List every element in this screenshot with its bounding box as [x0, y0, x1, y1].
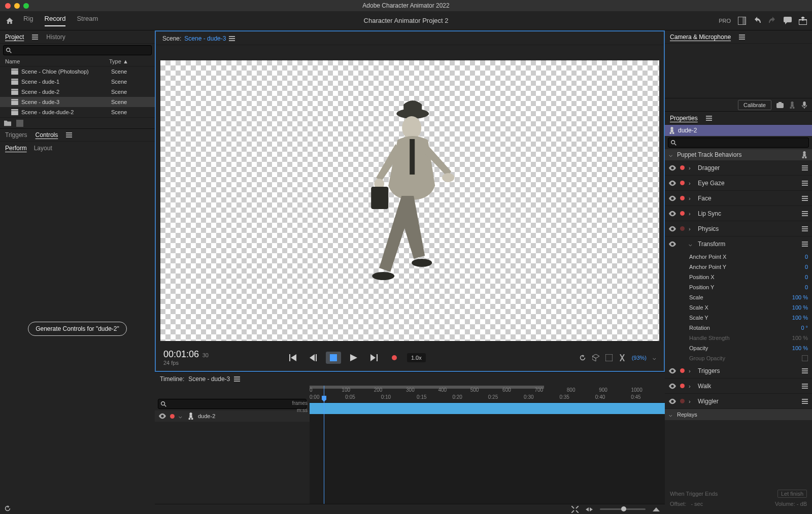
share-icon[interactable] — [799, 17, 807, 25]
behavior-menu-icon[interactable] — [802, 196, 808, 201]
project-item[interactable]: Scene - Chloe (Photoshop)Scene — [0, 66, 155, 77]
arm-record-icon[interactable] — [680, 226, 685, 231]
chevron-right-icon[interactable]: › — [689, 398, 694, 404]
calibrate-button[interactable]: Calibrate — [738, 100, 771, 110]
arm-record-icon[interactable] — [680, 165, 685, 170]
property-value[interactable]: 0 ° — [801, 325, 808, 331]
timeline-ruler[interactable]: 010020030040050060070080090010000:000:05… — [310, 386, 665, 403]
puppet-track-behaviors-header[interactable]: ⌵Puppet Track Behaviors — [665, 149, 812, 160]
timecode[interactable]: 00:01:06 — [163, 349, 199, 359]
new-item-icon[interactable] — [16, 120, 23, 127]
eye-icon[interactable] — [669, 180, 676, 186]
behavior-row[interactable]: › Lip Sync — [665, 206, 812, 221]
home-icon[interactable] — [5, 17, 14, 25]
scene-menu-icon[interactable] — [229, 36, 235, 41]
project-item[interactable]: Scene - dude-2Scene — [0, 87, 155, 97]
tab-camera-mic[interactable]: Camera & Microphone — [670, 33, 731, 41]
eye-icon[interactable] — [669, 226, 676, 232]
viewport-canvas[interactable] — [160, 60, 659, 341]
minimize-window[interactable] — [14, 3, 20, 9]
property-value[interactable]: 100 % — [792, 294, 808, 300]
camera-icon[interactable] — [776, 101, 784, 109]
3d-icon[interactable] — [592, 354, 599, 361]
tab-history[interactable]: History — [46, 33, 65, 41]
behavior-menu-icon[interactable] — [802, 399, 808, 404]
arm-record-icon[interactable] — [680, 211, 685, 216]
property-value[interactable]: 0 — [805, 254, 808, 260]
property-value[interactable]: 100 % — [792, 335, 808, 341]
chevron-right-icon[interactable]: › — [689, 180, 694, 186]
property-value[interactable]: 100 % — [792, 345, 808, 351]
eye-icon[interactable] — [669, 383, 676, 389]
behavior-row[interactable]: › Physics — [665, 221, 812, 236]
property-value[interactable]: 0 — [805, 274, 808, 280]
eye-icon[interactable] — [669, 398, 676, 404]
behavior-row[interactable]: › Triggers — [665, 363, 812, 379]
feedback-icon[interactable] — [784, 17, 792, 25]
behavior-menu-icon[interactable] — [802, 165, 808, 170]
properties-search[interactable] — [668, 138, 809, 148]
col-name[interactable]: Name — [5, 58, 109, 64]
col-type[interactable]: Type ▲ — [109, 58, 150, 64]
timeline-track-row[interactable]: ⌵ dude-2 — [155, 410, 310, 422]
stop-button[interactable] — [326, 352, 341, 364]
zoom-in-icon[interactable] — [653, 506, 660, 513]
playhead[interactable] — [324, 386, 324, 504]
project-item[interactable]: Scene - dude-3Scene — [0, 97, 155, 107]
generate-controls-button[interactable]: Generate Controls for "dude-2" — [28, 322, 127, 336]
chevron-right-icon[interactable]: › — [689, 195, 694, 201]
mode-rig[interactable]: Rig — [23, 15, 33, 26]
checkbox[interactable] — [802, 355, 808, 361]
step-forward-button[interactable] — [366, 352, 382, 364]
chevron-right-icon[interactable]: › — [689, 226, 694, 232]
camera-menu-icon[interactable] — [739, 35, 745, 40]
mode-stream[interactable]: Stream — [77, 15, 98, 26]
project-item[interactable]: Scene - dude-1Scene — [0, 77, 155, 87]
eye-icon[interactable] — [669, 195, 676, 201]
new-folder-icon[interactable] — [4, 120, 11, 127]
replays-header[interactable]: ⌵Replays — [665, 409, 812, 420]
property-value[interactable]: 100 % — [792, 315, 808, 321]
properties-menu-icon[interactable] — [706, 116, 712, 121]
behavior-menu-icon[interactable] — [802, 384, 808, 389]
behavior-menu-icon[interactable] — [802, 368, 808, 373]
maximize-window[interactable] — [23, 3, 29, 9]
behavior-row[interactable]: › Wiggler — [665, 394, 812, 409]
arm-record-icon[interactable] — [680, 399, 685, 403]
eye-icon[interactable] — [669, 241, 676, 247]
behavior-menu-icon[interactable] — [802, 181, 808, 186]
undo-icon[interactable] — [753, 17, 761, 25]
workspace-icon[interactable] — [738, 17, 746, 25]
chevron-right-icon[interactable]: › — [689, 368, 694, 374]
microphone-icon[interactable] — [801, 101, 808, 109]
timeline-menu-icon[interactable] — [234, 376, 240, 382]
chevron-right-icon[interactable]: › — [689, 165, 694, 171]
subtab-perform[interactable]: Perform — [5, 145, 27, 152]
behavior-row[interactable]: › Face — [665, 191, 812, 206]
arm-record-icon[interactable] — [680, 368, 685, 373]
step-back-button[interactable] — [306, 352, 321, 364]
record-button[interactable] — [387, 352, 402, 364]
go-to-start-button[interactable] — [285, 352, 300, 364]
tab-properties[interactable]: Properties — [670, 115, 698, 122]
add-behavior-icon[interactable] — [801, 151, 808, 158]
project-item[interactable]: Scene - dude-dude-2Scene — [0, 107, 155, 117]
behavior-row[interactable]: › Eye Gaze — [665, 176, 812, 191]
cycle-icon[interactable] — [579, 354, 586, 361]
behavior-menu-icon[interactable] — [802, 211, 808, 216]
zoom-dropdown-icon[interactable]: ⌵ — [653, 355, 656, 361]
body-track-icon[interactable] — [789, 101, 796, 109]
chevron-right-icon[interactable]: › — [689, 383, 694, 389]
refresh-icon[interactable] — [4, 505, 11, 512]
property-value[interactable]: 0 — [805, 264, 808, 270]
property-value[interactable]: 100 % — [792, 304, 808, 311]
behavior-menu-icon[interactable] — [802, 242, 808, 247]
zoom-out-icon[interactable] — [586, 506, 593, 513]
close-window[interactable] — [5, 3, 11, 9]
scene-name[interactable]: Scene - dude-3 — [184, 35, 226, 42]
property-value[interactable]: 0 — [805, 284, 808, 290]
behavior-transform[interactable]: ⌵ Transform — [665, 236, 812, 252]
behavior-menu-icon[interactable] — [802, 226, 808, 231]
controls-menu-icon[interactable] — [66, 132, 72, 138]
track-arm-icon[interactable] — [170, 414, 175, 419]
